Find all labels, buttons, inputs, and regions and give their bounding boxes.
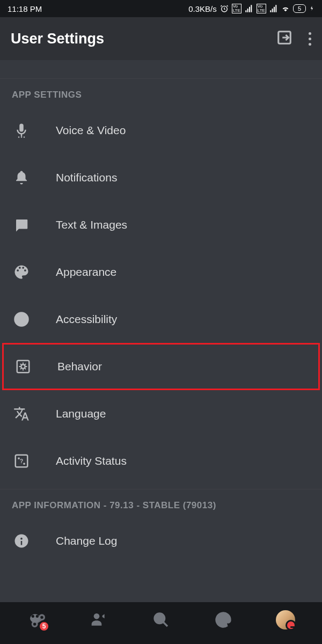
item-label: Behavior (57, 360, 102, 373)
settings-list[interactable]: APP SETTINGS Voice & Video Notifications… (0, 60, 322, 602)
svg-point-15 (36, 615, 39, 618)
svg-point-10 (23, 463, 25, 465)
battery-icon: 5 (293, 4, 306, 13)
status-indicators: 0.3KB/s VoLTE VoLTE 5 (188, 4, 314, 13)
item-label: Accessibility (56, 313, 117, 326)
nav-profile[interactable] (275, 609, 296, 631)
exit-button[interactable] (276, 30, 292, 48)
item-label: Notifications (56, 171, 117, 184)
bell-icon (12, 168, 31, 187)
item-label: Appearance (56, 266, 116, 279)
section-header-app-info: APP INFORMATION - 79.13 - STABLE (79013) (0, 489, 322, 517)
signal-icon-1 (245, 4, 253, 13)
gear-box-icon (13, 357, 33, 376)
settings-item-accessibility[interactable]: Accessibility (0, 296, 322, 343)
settings-item-text-images[interactable]: Text & Images (0, 201, 322, 248)
item-label: Text & Images (56, 218, 127, 231)
nav-mentions[interactable] (213, 609, 234, 631)
volte-icon-1: VoLTE (232, 4, 241, 13)
image-icon (12, 215, 31, 235)
alarm-icon (220, 4, 229, 13)
settings-item-behavior[interactable]: Behavior (2, 343, 320, 390)
svg-point-3 (21, 136, 23, 138)
charging-icon (309, 4, 314, 13)
header: User Settings (0, 17, 322, 60)
settings-item-language[interactable]: Language (0, 390, 322, 437)
wifi-icon (281, 4, 290, 13)
accessibility-icon (12, 310, 31, 329)
info-icon (12, 531, 31, 551)
item-label: Activity Status (56, 455, 127, 467)
nav-search[interactable] (150, 609, 172, 631)
settings-item-voice-video[interactable]: Voice & Video (0, 107, 322, 154)
svg-point-14 (32, 615, 34, 618)
svg-point-2 (18, 136, 20, 138)
more-options-button[interactable] (309, 32, 311, 46)
svg-rect-7 (17, 361, 30, 373)
item-label: Change Log (56, 535, 117, 547)
settings-item-notifications[interactable]: Notifications (0, 154, 322, 201)
dice-icon: ? (12, 451, 31, 471)
page-title: User Settings (11, 31, 104, 47)
bottom-nav: 5 (0, 602, 322, 644)
language-icon (12, 404, 31, 423)
nav-home[interactable]: 5 (26, 609, 47, 631)
section-header-app-settings: APP SETTINGS (0, 79, 322, 107)
settings-item-change-log[interactable]: Change Log (0, 517, 322, 565)
settings-item-activity-status[interactable]: ? Activity Status (0, 437, 322, 485)
volte-icon-2: VoLTE (257, 4, 266, 13)
notification-badge: 5 (39, 621, 49, 632)
status-bar: 11:18 PM 0.3KB/s VoLTE VoLTE 5 (0, 0, 322, 17)
svg-point-4 (24, 136, 25, 138)
item-label: Voice & Video (56, 124, 126, 137)
status-time: 11:18 PM (8, 4, 42, 13)
svg-text:?: ? (20, 458, 23, 464)
svg-point-13 (30, 614, 40, 623)
svg-point-17 (155, 613, 165, 624)
signal-icon-2 (269, 4, 278, 13)
avatar (276, 610, 295, 630)
microphone-icon (12, 121, 31, 140)
palette-icon (12, 262, 31, 282)
svg-point-6 (20, 315, 23, 317)
nav-friends[interactable] (88, 609, 109, 631)
item-label: Language (56, 407, 106, 420)
data-rate: 0.3KB/s (188, 4, 217, 13)
svg-point-16 (94, 613, 100, 619)
spacer (0, 60, 322, 79)
settings-item-appearance[interactable]: Appearance (0, 248, 322, 296)
